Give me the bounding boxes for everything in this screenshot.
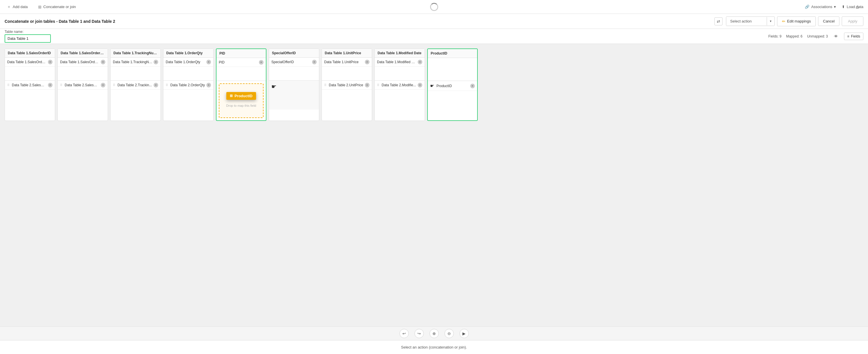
cursor-icon: ☛ [271,83,277,90]
field-tag-text: Data Table 1.UnitPrice [324,60,364,64]
list-icon: ≡ [847,34,849,38]
col-header-col1: Data Table 1.SalesOrderID [5,49,55,58]
zoom-out-button[interactable]: ⊖ [444,329,454,338]
cancel-button[interactable]: Cancel [818,17,839,26]
remove-field-btn[interactable]: ✕ [365,83,370,88]
concatenate-join-btn[interactable]: ⊞ Concatenate or join [36,3,78,10]
remove-field-btn[interactable]: ✕ [259,60,264,65]
col-top-section-col2: Data Table 1.SalesOrder... ✕ [58,58,108,81]
field-tag: Data Table 1.SalesOrder... ✕ [58,58,108,67]
field-tag-text: Data Table 2.OrderQty [170,83,205,87]
fields-button[interactable]: ≡ Fields [844,33,863,40]
select-action-dropdown[interactable]: Select action [726,17,767,26]
load-icon: ⬆ [842,5,845,9]
apply-button[interactable]: Apply [842,17,863,26]
associations-label: Associations [811,5,832,9]
field-tag-text: Data Table 2.Modifie... [382,83,416,87]
column-card-col2: Data Table 1.SalesOrderDetailIDData Tabl… [57,49,108,121]
edit-mappings-button[interactable]: ✏ Edit mappings [777,17,816,26]
eye-icon[interactable]: 👁 [833,33,839,40]
table-name-label: Table name: [5,30,51,34]
status-message: Select an action (concatenation or join)… [401,345,467,349]
remove-field-btn[interactable]: ✕ [154,60,158,64]
bottom-toolbar: ↩ ↪ ⊕ ⊖ ▶ [0,326,868,340]
field-tag-bottom: ⠿Data Table 2.Trackin... ✕ [111,81,160,90]
zoom-in-button[interactable]: ⊕ [430,329,439,338]
column-card-col5: PIDPID ✕⊞ProductIDDrop to map this field [216,49,267,121]
remove-field-btn[interactable]: ✕ [418,60,422,64]
drag-handle: ⠿ [166,84,168,87]
col-top-section-col5: PID ✕ [217,58,266,81]
redo-button[interactable]: ↪ [414,329,424,338]
drop-zone-col5[interactable]: ⊞ProductIDDrop to map this field [219,84,264,118]
select-action-arrow[interactable]: ▾ [767,17,774,25]
col-bottom-section-col3: ⠿Data Table 2.Trackin... ✕ [111,81,160,116]
field-tag-text: Data Table 2.UnitPrice [329,83,364,87]
drag-handle: ⠿ [60,84,62,87]
drag-handle: ⠿ [113,84,115,87]
field-tag: Data Table 1.TrackingNu... ✕ [111,58,160,67]
col-bottom-section-col8: ⠿Data Table 2.Modifie... ✕ [375,81,425,116]
remove-field-btn[interactable]: ✕ [365,60,370,64]
remove-field-btn[interactable]: ✕ [101,60,105,64]
remove-field-btn[interactable]: ✕ [312,60,317,64]
col-bottom-section-col1: ⠿Data Table 2.SalesOr... ✕ [5,81,55,116]
column-card-col9: ProductID☛ProductID ✕ [427,49,478,121]
column-card-col8: Data Table 1.Modified DateData Table 1.M… [374,49,425,121]
link-icon: 🔗 [805,5,809,9]
toolbar-actions: Select action ▾ ✏ Edit mappings Cancel A… [726,17,863,26]
remove-field-btn[interactable]: ✕ [48,83,53,88]
top-nav: ＋ Add data ⊞ Concatenate or join 🔗 Assoc… [0,0,868,14]
col-header-col6: SpecialOfferID [269,49,319,58]
add-data-btn[interactable]: ＋ Add data [5,3,30,11]
column-card-col7: Data Table 1.UnitPriceData Table 1.UnitP… [321,49,372,121]
col-bottom-section-col5: ⊞ProductIDDrop to map this field [217,84,266,118]
remove-field-btn[interactable]: ✕ [207,83,211,88]
field-tag-bottom: ⠿Data Table 2.OrderQty ✕ [163,81,213,90]
remove-field-btn[interactable]: ✕ [154,83,158,88]
grid-icon: ⊞ [230,94,232,98]
remove-field-btn[interactable]: ✕ [470,84,475,88]
spinner [430,3,438,11]
home-icon[interactable]: ⌂ [856,4,859,10]
field-tag: SpecialOfferID ✕ [269,58,319,67]
field-tag: Data Table 1.OrderQty ✕ [163,58,213,67]
loading-spinner-area [430,0,438,14]
col-header-col4: Data Table 1.OrderQty [163,49,213,58]
remove-field-btn[interactable]: ✕ [207,60,211,64]
field-tag: Data Table 1.Modified Date ✕ [375,58,425,67]
page-title: Concatenate or join tables - Data Table … [5,19,711,24]
drag-handle: ⠿ [377,84,379,87]
col-header-col5: PID [217,49,266,58]
undo-button[interactable]: ↩ [400,329,409,338]
column-card-col4: Data Table 1.OrderQtyData Table 1.OrderQ… [163,49,214,121]
mapped-count: Mapped: 6 [786,34,803,38]
col-top-section-col6: SpecialOfferID ✕ [269,58,319,81]
field-tag-text: Data Table 1.Modified Date [377,60,416,64]
join-icon: ⊞ [38,5,41,9]
field-tag-text: PID [219,60,258,64]
load-data-btn[interactable]: ⬆ Load data [842,5,863,9]
remove-field-btn[interactable]: ✕ [418,83,422,88]
associations-btn[interactable]: 🔗 Associations ▾ [803,3,838,10]
field-tag: PID ✕ [217,58,266,67]
field-tag-text: ProductID [436,84,469,88]
table-name-input[interactable] [5,34,51,43]
col-top-section-col8: Data Table 1.Modified Date ✕ [375,58,425,81]
field-tag: Data Table 1.UnitPrice ✕ [322,58,372,67]
remove-field-btn[interactable]: ✕ [48,60,53,64]
field-tag-bottom: ⠿Data Table 2.UnitPrice ✕ [322,81,372,90]
dragged-pill: ⊞ProductID [226,92,256,100]
columns-container: Data Table 1.SalesOrderIDData Table 1.Sa… [5,49,863,121]
col-bottom-section-col4: ⠿Data Table 2.OrderQty ✕ [163,81,213,116]
col-header-col9: ProductID [428,49,477,58]
load-data-label: Load data [847,5,863,9]
swap-button[interactable]: ⇄ [714,17,722,25]
field-tag-text: Data Table 2.SalesOr... [65,83,100,87]
col-bottom-section-col2: ⠿Data Table 2.SalesOr... ✕ [58,81,108,116]
field-tag-bottom: ⠿Data Table 2.Modifie... ✕ [375,81,425,90]
add-data-label: Add data [13,5,28,9]
remove-field-btn[interactable]: ✕ [101,83,105,88]
play-button[interactable]: ▶ [460,329,469,338]
col-bottom-section-col7: ⠿Data Table 2.UnitPrice ✕ [322,81,372,116]
